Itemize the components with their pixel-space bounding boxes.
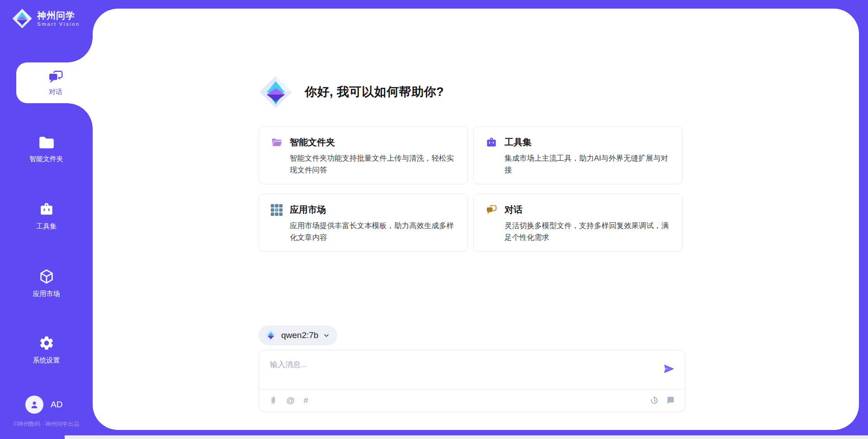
sidebar-item-chat[interactable]: 对话 bbox=[16, 62, 95, 103]
folder-icon bbox=[38, 135, 55, 150]
app-window: 神州问学 Smart Vision 对话 智能文件夹 bbox=[0, 0, 868, 439]
card-toolset[interactable]: 工具集 集成市场上主流工具，助力AI与外界无缝扩展与对接 bbox=[473, 126, 683, 184]
card-description: 应用市场提供丰富长文本模板，助力高效生成多样化文章内容 bbox=[290, 220, 456, 243]
model-name: qwen2:7b bbox=[281, 330, 318, 340]
briefcase-icon bbox=[38, 202, 55, 217]
person-icon bbox=[29, 399, 40, 410]
sidebar-item-toolset[interactable]: 工具集 bbox=[0, 202, 93, 231]
sidebar-item-label: 应用市场 bbox=[33, 290, 60, 298]
card-title: 应用市场 bbox=[290, 204, 326, 216]
grid-icon bbox=[271, 204, 283, 216]
send-icon[interactable] bbox=[663, 363, 675, 375]
model-diamond-logo-icon bbox=[265, 329, 277, 341]
feature-cards: 智能文件夹 智能文件夹功能支持批量文件上传与清洗，轻松实现文件问答 工具集 集成… bbox=[259, 126, 685, 252]
horizontal-scrollbar[interactable] bbox=[65, 435, 868, 439]
main-panel: 你好, 我可以如何帮助你? 智能文件夹 智能文件夹功能支持批量文件上传与清洗，轻… bbox=[93, 9, 859, 430]
sidebar: 神州问学 Smart Vision 对话 智能文件夹 bbox=[0, 0, 93, 439]
card-chat[interactable]: 对话 灵活切换多模型文件，支持多样回复效果调试，满足个性化需求 bbox=[473, 194, 683, 252]
mention-icon[interactable]: @ bbox=[286, 396, 295, 405]
greeting: 你好, 我可以如何帮助你? bbox=[259, 75, 685, 109]
card-app-market[interactable]: 应用市场 应用市场提供丰富长文本模板，助力高效生成多样化文章内容 bbox=[259, 194, 468, 252]
composer-toolbar: @ # bbox=[259, 389, 685, 412]
sidebar-item-app-market[interactable]: 应用市场 bbox=[0, 268, 93, 298]
message-composer: @ # bbox=[259, 350, 685, 412]
brand-name: 神州问学 bbox=[37, 10, 80, 20]
tab-curve-top bbox=[67, 37, 93, 62]
card-title: 对话 bbox=[505, 204, 523, 216]
chat-bubble-icon[interactable] bbox=[666, 396, 675, 405]
brand: 神州问学 Smart Vision bbox=[12, 8, 80, 29]
tab-curve-bottom bbox=[67, 103, 93, 129]
card-description: 灵活切换多模型文件，支持多样回复效果调试，满足个性化需求 bbox=[505, 220, 670, 243]
briefcase-icon bbox=[486, 137, 497, 148]
card-smart-folders[interactable]: 智能文件夹 智能文件夹功能支持批量文件上传与清洗，轻松实现文件问答 bbox=[259, 126, 468, 184]
card-title: 工具集 bbox=[505, 136, 532, 148]
sidebar-item-system-settings[interactable]: 系统设置 bbox=[0, 335, 93, 365]
card-title: 智能文件夹 bbox=[290, 136, 335, 148]
sidebar-item-label: 智能文件夹 bbox=[29, 155, 63, 163]
user-initials: AD bbox=[51, 400, 62, 410]
gear-icon bbox=[38, 335, 55, 351]
model-selector[interactable]: qwen2:7b bbox=[259, 325, 337, 345]
avatar bbox=[25, 396, 43, 414]
sidebar-item-label: 工具集 bbox=[36, 222, 57, 231]
message-input[interactable] bbox=[259, 350, 656, 388]
sidebar-item-smart-folders[interactable]: 智能文件夹 bbox=[0, 135, 93, 163]
brand-diamond-logo-icon bbox=[12, 8, 33, 29]
card-description: 集成市场上主流工具，助力AI与外界无缝扩展与对接 bbox=[505, 153, 670, 176]
sidebar-item-label: 系统设置 bbox=[33, 356, 60, 365]
history-icon[interactable] bbox=[650, 396, 659, 405]
greeting-title: 你好, 我可以如何帮助你? bbox=[305, 84, 444, 100]
hashtag-icon[interactable]: # bbox=[303, 396, 308, 405]
card-description: 智能文件夹功能支持批量文件上传与清洗，轻松实现文件问答 bbox=[290, 153, 456, 176]
chat-icon bbox=[486, 204, 497, 216]
copyright-text: ©神州数码 · 神州问学出品 bbox=[0, 420, 93, 428]
folder-open-icon bbox=[271, 137, 283, 148]
chat-icon bbox=[47, 70, 64, 85]
brand-subtitle: Smart Vision bbox=[37, 21, 80, 27]
user-account[interactable]: AD bbox=[25, 396, 62, 414]
attach-file-icon[interactable] bbox=[269, 396, 278, 405]
greeting-diamond-logo-icon bbox=[259, 75, 293, 109]
sidebar-item-label: 对话 bbox=[49, 88, 62, 96]
cube-icon bbox=[38, 268, 55, 285]
chevron-down-icon bbox=[323, 332, 330, 339]
